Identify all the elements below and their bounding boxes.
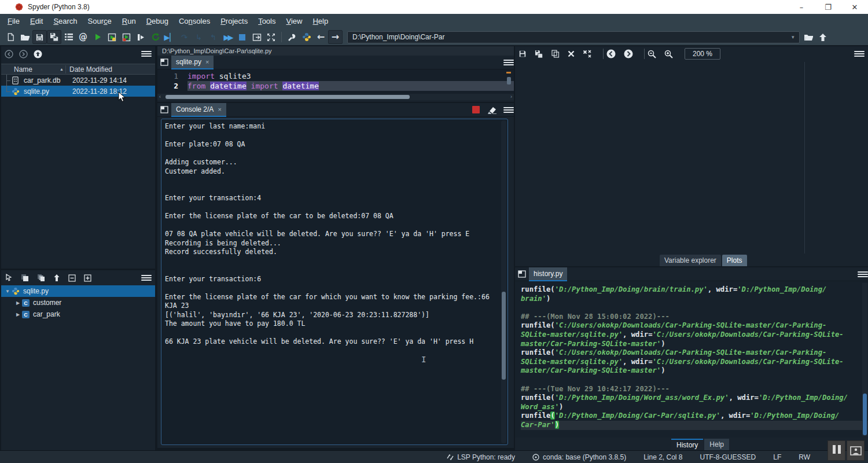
debug-step-over-icon[interactable]: ↷ [177,30,192,44]
collapse-all-icon[interactable] [68,274,76,282]
run-cell-advance-icon[interactable] [119,30,134,44]
webcam-toggle-button[interactable] [847,440,865,461]
code-editor[interactable]: 1import sqlite32from datetime import dat… [157,69,514,94]
file-row[interactable]: car_park.db2022-11-29 14:14 [1,75,155,86]
history-scrollbar[interactable] [862,283,867,436]
scrollbar-thumb[interactable] [863,394,867,435]
previous-plot-icon[interactable] [606,49,616,58]
tab-variable-explorer[interactable]: Variable explorer [660,255,721,266]
menu-search[interactable]: Search [48,14,82,29]
run-icon[interactable] [90,30,105,44]
menu-consoles[interactable]: Consoles [174,14,215,29]
file-row[interactable]: sqlite.py2022-11-28 18:12 [1,86,155,97]
console-scrollbar[interactable] [501,120,506,443]
outline-item[interactable]: ▶Ccustomer [1,297,155,308]
tab-history-py[interactable]: history.py [529,267,567,281]
files-options-menu-icon[interactable] [141,50,152,58]
working-directory-input[interactable] [347,31,800,43]
maximize-button[interactable]: ❐ [815,0,841,14]
column-name[interactable]: Name [14,65,32,74]
history-options-menu-icon[interactable] [858,270,868,278]
save-all-plots-icon[interactable] [535,50,543,58]
go-up-icon[interactable] [53,274,60,282]
interrupt-kernel-icon[interactable] [472,106,480,113]
browse-tabs-icon[interactable] [515,270,529,278]
column-date-modified[interactable]: Date Modified [66,65,112,74]
zoom-level-display[interactable]: 200 % [685,48,720,60]
browse-tabs-icon[interactable] [157,58,171,66]
scroll-right-icon[interactable]: › [510,94,512,100]
console-options-menu-icon[interactable] [503,106,514,114]
copy-icon[interactable] [21,274,29,282]
remove-all-plots-icon[interactable] [583,50,592,58]
browse-directory-icon[interactable] [801,30,816,44]
tab-console-2a[interactable]: Console 2/A× [171,103,226,117]
editor-horizontal-scrollbar[interactable]: ‹ › [157,94,514,100]
back-icon[interactable]: ← [314,30,328,44]
menu-view[interactable]: View [281,14,308,29]
debug-stop-icon[interactable] [235,30,249,44]
menu-edit[interactable]: Edit [25,14,48,29]
save-all-icon[interactable] [47,30,61,44]
files-table-header[interactable]: Name▲ Date Modified [1,64,155,75]
open-file-icon[interactable] [18,30,32,44]
tab-plots[interactable]: Plots [722,255,747,266]
editor-options-menu-icon[interactable] [503,58,514,67]
minimize-button[interactable]: – [788,0,815,14]
console-output[interactable]: Enter your last name:maniEnter plate:07 … [161,119,508,445]
outline-item[interactable]: ▶Ccar_park [1,308,155,320]
parent-directory-circle-icon[interactable] [34,50,42,58]
scrollbar-thumb[interactable] [165,95,410,99]
menu-help[interactable]: Help [307,14,333,29]
menu-tools[interactable]: Tools [253,14,281,29]
pause-recording-button[interactable] [827,440,845,461]
fullscreen-icon[interactable] [264,30,278,44]
next-plot-icon[interactable] [624,49,633,58]
history-log[interactable]: runfile('D:/Python_Imp/Doing/brain/train… [515,282,868,438]
new-file-icon[interactable] [3,30,18,44]
tab-history[interactable]: History [671,439,703,450]
remove-plot-icon[interactable] [568,50,575,57]
copy-all-icon[interactable] [37,274,45,282]
pythonpath-icon[interactable] [299,30,314,44]
save-plot-icon[interactable] [518,50,527,58]
scroll-left-icon[interactable]: ‹ [159,94,161,100]
run-selection-icon[interactable] [134,30,148,44]
file-switcher-icon[interactable] [61,30,76,44]
tab-sqlite-py[interactable]: sqlite.py× [171,56,214,69]
forward-icon[interactable]: → [328,30,343,44]
save-icon[interactable] [32,30,47,44]
copy-plot-icon[interactable] [551,50,560,58]
clear-console-icon[interactable] [487,106,496,114]
maximize-pane-icon[interactable] [249,30,264,44]
menu-source[interactable]: Source [83,14,117,29]
debug-continue-icon[interactable]: ▶▶ [220,30,235,44]
menu-file[interactable]: File [2,14,25,29]
zoom-in-icon[interactable] [664,50,673,58]
menu-projects[interactable]: Projects [215,14,253,29]
next-directory-icon[interactable] [19,50,28,58]
tab-help[interactable]: Help [704,439,729,450]
caret-icon[interactable]: ▼ [3,289,12,294]
zoom-out-icon[interactable] [648,50,656,58]
preferences-icon[interactable] [285,30,299,44]
browse-tabs-icon[interactable] [157,106,171,113]
outline-options-menu-icon[interactable] [141,274,152,282]
previous-directory-icon[interactable] [5,50,13,58]
path-dropdown-icon[interactable]: ▾ [792,34,795,40]
debug-step-icon[interactable]: ▶▏ [163,30,177,44]
expand-all-icon[interactable] [84,274,91,282]
rerun-icon[interactable] [148,30,163,44]
menu-run[interactable]: Run [117,14,141,29]
parent-directory-icon[interactable] [816,30,830,44]
tab-close-icon[interactable]: × [205,58,209,65]
debug-step-into-icon[interactable]: ↳ [192,30,206,44]
run-cell-icon[interactable] [105,30,119,44]
close-button[interactable]: ✕ [841,0,868,14]
tab-close-icon[interactable]: × [218,106,221,113]
caret-icon[interactable]: ▶ [14,312,22,317]
debug-step-out-icon[interactable]: ↰ [206,30,220,44]
plots-options-menu-icon[interactable] [854,50,865,58]
symbol-finder-icon[interactable]: @ [76,30,90,44]
menu-debug[interactable]: Debug [141,14,174,29]
